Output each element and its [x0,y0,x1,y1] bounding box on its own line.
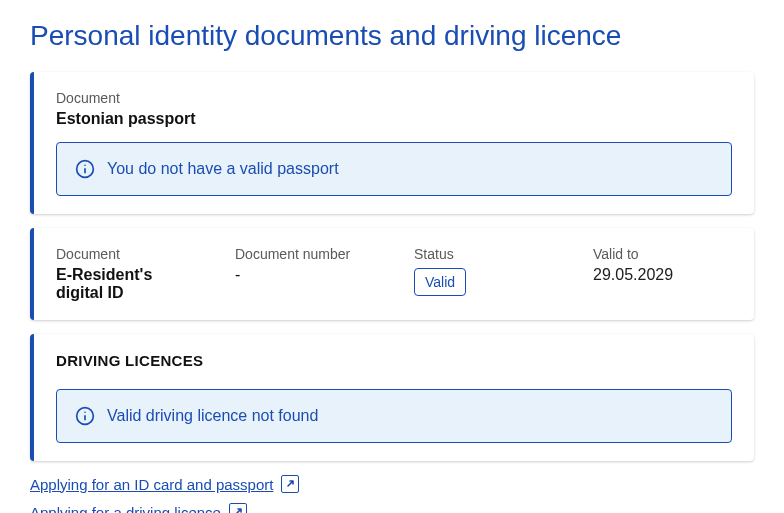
driving-section-title: DRIVING LICENCES [56,352,732,369]
link-driving-licence[interactable]: Applying for a driving licence [30,503,247,513]
svg-point-2 [84,164,86,166]
passport-doc-name: Estonian passport [56,110,732,128]
passport-doc-label: Document [56,90,732,106]
eresident-doc-name: E-Resident's digital ID [56,266,195,302]
passport-notice-text: You do not have a valid passport [107,160,339,178]
external-links: Applying for an ID card and passport App… [30,475,754,513]
link-id-passport[interactable]: Applying for an ID card and passport [30,475,299,493]
driving-notice: Valid driving licence not found [56,389,732,443]
page-title: Personal identity documents and driving … [30,20,754,52]
eresident-doc-label: Document [56,246,195,262]
link-driving-licence-text: Applying for a driving licence [30,504,221,514]
driving-notice-text: Valid driving licence not found [107,407,318,425]
eresident-number-label: Document number [235,246,374,262]
external-link-icon [229,503,247,513]
link-id-passport-text: Applying for an ID card and passport [30,476,273,493]
passport-card: Document Estonian passport You do not ha… [30,72,754,214]
passport-notice: You do not have a valid passport [56,142,732,196]
status-badge: Valid [414,268,466,296]
external-link-icon [281,475,299,493]
eresident-status-label: Status [414,246,553,262]
eresident-number-value: - [235,266,374,284]
info-icon [75,406,95,426]
info-icon [75,159,95,179]
eresident-validto-value: 29.05.2029 [593,266,732,284]
eresident-card: Document E-Resident's digital ID Documen… [30,228,754,320]
eresident-validto-label: Valid to [593,246,732,262]
svg-point-5 [84,411,86,413]
driving-card: DRIVING LICENCES Valid driving licence n… [30,334,754,461]
